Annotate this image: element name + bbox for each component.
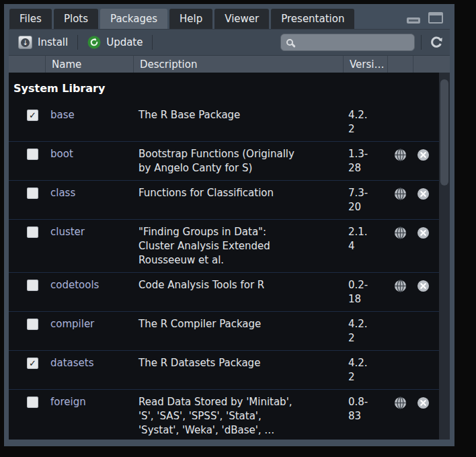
package-description: Functions for Classification [133,186,343,214]
package-version: 4.2.2 [343,356,387,384]
remove-icon[interactable] [417,280,430,292]
package-version: 7.3-20 [343,186,387,214]
maximize-icon[interactable] [428,12,443,24]
search-input[interactable] [299,37,409,48]
package-description: Read Data Stored by 'Minitab', 'S', 'SAS… [133,395,343,438]
toolbar-separator [152,35,153,50]
globe-icon[interactable] [394,397,407,409]
package-description: Bootstrap Functions (Originally by Angel… [133,147,343,175]
header-remove-column[interactable] [413,56,450,73]
package-version: 4.2.2 [343,108,387,136]
package-description: The R Datasets Package [133,356,343,384]
table-header: Name Description Versi… [9,55,450,73]
install-button-label: Install [38,36,68,48]
tab-files[interactable]: Files [9,9,52,29]
window-controls [407,12,443,24]
loaded-checkbox[interactable] [27,397,38,408]
remove-icon[interactable] [417,397,430,409]
loaded-checkbox[interactable] [27,226,38,238]
minimize-icon[interactable] [407,17,420,24]
update-button[interactable]: Update [84,36,146,49]
update-button-label: Update [106,36,143,48]
packages-pane: FilesPlotsPackagesHelpViewerPresentation… [4,4,454,446]
toolbar-separator [421,35,422,50]
toolbar-separator [77,35,78,50]
install-button[interactable]: ↓ Install [15,36,71,49]
loaded-checkbox[interactable] [27,188,38,199]
group-header: System Library [9,73,450,103]
package-description: Code Analysis Tools for R [133,278,343,306]
package-version: 1.3-28 [343,147,387,175]
package-name-link[interactable]: compiler [45,317,133,345]
table-row: compiler The R Compiler Package 4.2.2 [9,312,450,351]
tab-help[interactable]: Help [169,9,212,29]
package-name-link[interactable]: codetools [45,278,133,306]
tab-plots[interactable]: Plots [54,9,98,29]
package-description: The R Base Package [133,108,343,136]
table-row: ✓ datasets The R Datasets Package 4.2.2 [9,351,450,390]
vertical-scrollbar[interactable] [439,73,450,440]
loaded-checkbox[interactable] [27,280,38,291]
tab-bar: FilesPlotsPackagesHelpViewerPresentation [9,7,450,29]
table-row: cluster "Finding Groups in Data": Cluste… [9,220,450,273]
loaded-checkbox[interactable]: ✓ [27,358,38,369]
package-description: "Finding Groups in Data": Cluster Analys… [133,225,343,267]
table-row: boot Bootstrap Functions (Originally by … [9,142,450,181]
package-name-link[interactable]: cluster [45,225,133,267]
header-version-column[interactable]: Versi… [343,56,387,73]
package-version: 4.2.2 [343,317,387,345]
table-row: codetools Code Analysis Tools for R 0.2-… [9,273,450,312]
package-name-link[interactable]: foreign [45,395,133,438]
package-search-box[interactable] [280,34,415,51]
install-icon: ↓ [18,36,32,49]
loaded-checkbox[interactable]: ✓ [27,110,38,121]
package-name-link[interactable]: datasets [45,356,133,384]
header-browse-column[interactable] [387,56,413,73]
remove-icon[interactable] [417,226,430,239]
header-checkbox-column[interactable] [9,56,45,73]
loaded-checkbox[interactable] [27,149,38,160]
package-version: 0.2-18 [343,278,387,306]
header-name-column[interactable]: Name [45,56,133,73]
scrollbar-thumb[interactable] [440,79,448,185]
package-version: 0.8-83 [343,395,387,438]
update-icon [87,36,101,49]
package-name-link[interactable]: class [45,186,133,214]
globe-icon[interactable] [394,280,407,292]
search-icon [286,39,293,46]
loaded-checkbox[interactable] [27,319,38,330]
refresh-icon[interactable] [429,35,444,50]
remove-icon[interactable] [417,149,430,161]
tab-packages[interactable]: Packages [100,9,167,29]
table-row: class Functions for Classification 7.3-2… [9,181,450,220]
table-row: foreign Read Data Stored by 'Minitab', '… [9,390,450,440]
package-list: System Library ✓ base The R Base Package… [9,73,450,440]
globe-icon[interactable] [394,149,407,161]
globe-icon[interactable] [394,188,407,200]
remove-icon[interactable] [417,188,430,200]
header-description-column[interactable]: Description [133,56,343,73]
package-name-link[interactable]: boot [45,147,133,175]
packages-toolbar: ↓ Install Update [9,29,450,55]
tab-viewer[interactable]: Viewer [214,9,269,29]
table-row: ✓ base The R Base Package 4.2.2 [9,103,450,142]
tab-presentation[interactable]: Presentation [271,9,354,29]
globe-icon[interactable] [394,226,407,239]
package-name-link[interactable]: base [45,108,133,136]
package-description: The R Compiler Package [133,317,343,345]
package-version: 2.1.4 [343,225,387,267]
